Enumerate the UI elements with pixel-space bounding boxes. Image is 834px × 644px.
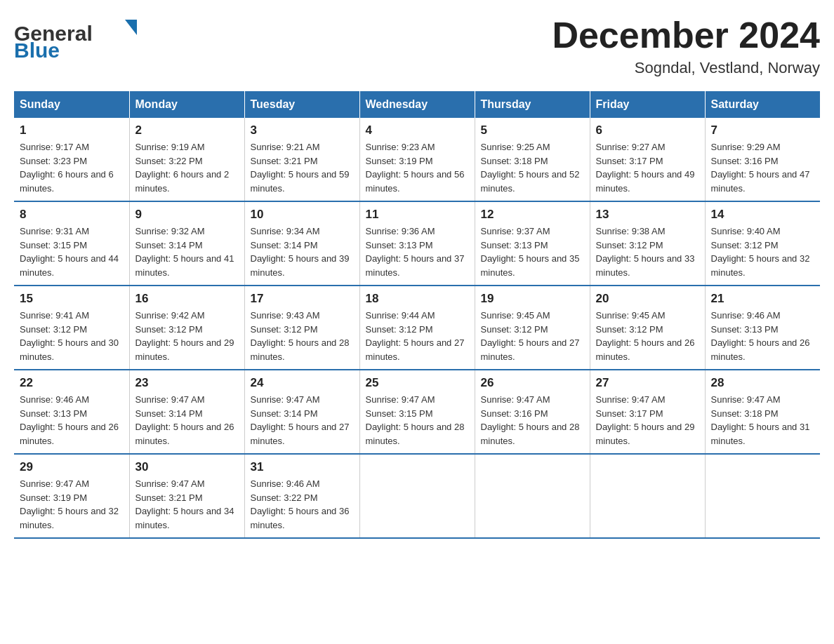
day-cell: 20Sunrise: 9:45 AMSunset: 3:12 PMDayligh…	[590, 286, 705, 370]
day-cell: 8Sunrise: 9:31 AMSunset: 3:15 PMDaylight…	[14, 201, 129, 286]
day-number: 10	[251, 208, 354, 222]
week-row-3: 15Sunrise: 9:41 AMSunset: 3:12 PMDayligh…	[14, 286, 820, 370]
day-number: 4	[366, 123, 469, 137]
svg-marker-1	[125, 20, 137, 35]
page-subtitle: Sogndal, Vestland, Norway	[552, 59, 820, 77]
day-cell: 29Sunrise: 9:47 AMSunset: 3:19 PMDayligh…	[14, 454, 129, 538]
day-info: Sunrise: 9:34 AMSunset: 3:14 PMDaylight:…	[251, 224, 354, 279]
day-cell: 28Sunrise: 9:47 AMSunset: 3:18 PMDayligh…	[705, 370, 820, 454]
day-number: 20	[596, 292, 699, 306]
day-cell: 21Sunrise: 9:46 AMSunset: 3:13 PMDayligh…	[705, 286, 820, 370]
day-cell: 3Sunrise: 9:21 AMSunset: 3:21 PMDaylight…	[244, 118, 359, 201]
svg-text:Blue: Blue	[14, 39, 60, 60]
day-info: Sunrise: 9:45 AMSunset: 3:12 PMDaylight:…	[481, 309, 584, 363]
day-number: 28	[711, 376, 815, 390]
header-cell-sunday: Sunday	[14, 91, 129, 118]
day-info: Sunrise: 9:46 AMSunset: 3:13 PMDaylight:…	[20, 393, 124, 448]
day-number: 25	[366, 376, 469, 390]
logo-svg: General Blue	[14, 14, 144, 60]
day-cell: 26Sunrise: 9:47 AMSunset: 3:16 PMDayligh…	[475, 370, 590, 454]
day-info: Sunrise: 9:47 AMSunset: 3:19 PMDaylight:…	[20, 477, 124, 532]
day-cell: 11Sunrise: 9:36 AMSunset: 3:13 PMDayligh…	[359, 201, 475, 286]
week-row-5: 29Sunrise: 9:47 AMSunset: 3:19 PMDayligh…	[14, 454, 820, 538]
day-number: 15	[20, 292, 124, 306]
day-number: 1	[20, 123, 124, 137]
header-cell-saturday: Saturday	[705, 91, 820, 118]
day-number: 3	[251, 123, 354, 137]
day-cell: 22Sunrise: 9:46 AMSunset: 3:13 PMDayligh…	[14, 370, 129, 454]
day-info: Sunrise: 9:29 AMSunset: 3:16 PMDaylight:…	[711, 140, 815, 195]
day-info: Sunrise: 9:31 AMSunset: 3:15 PMDaylight:…	[20, 224, 124, 279]
day-info: Sunrise: 9:42 AMSunset: 3:12 PMDaylight:…	[135, 309, 239, 363]
day-number: 8	[20, 208, 124, 222]
day-info: Sunrise: 9:32 AMSunset: 3:14 PMDaylight:…	[135, 224, 239, 279]
day-cell: 19Sunrise: 9:45 AMSunset: 3:12 PMDayligh…	[475, 286, 590, 370]
day-cell	[590, 454, 705, 538]
day-info: Sunrise: 9:47 AMSunset: 3:14 PMDaylight:…	[251, 393, 354, 448]
day-info: Sunrise: 9:41 AMSunset: 3:12 PMDaylight:…	[20, 309, 124, 363]
day-number: 26	[481, 376, 584, 390]
day-cell: 1Sunrise: 9:17 AMSunset: 3:23 PMDaylight…	[14, 118, 129, 201]
day-number: 27	[596, 376, 699, 390]
day-cell: 13Sunrise: 9:38 AMSunset: 3:12 PMDayligh…	[590, 201, 705, 286]
day-number: 14	[711, 208, 815, 222]
header-cell-friday: Friday	[590, 91, 705, 118]
day-number: 21	[711, 292, 815, 306]
week-row-2: 8Sunrise: 9:31 AMSunset: 3:15 PMDaylight…	[14, 201, 820, 286]
day-cell: 4Sunrise: 9:23 AMSunset: 3:19 PMDaylight…	[359, 118, 475, 201]
header-row: SundayMondayTuesdayWednesdayThursdayFrid…	[14, 91, 820, 118]
day-info: Sunrise: 9:40 AMSunset: 3:12 PMDaylight:…	[711, 224, 815, 279]
day-cell: 5Sunrise: 9:25 AMSunset: 3:18 PMDaylight…	[475, 118, 590, 201]
header: General Blue December 2024 Sogndal, Vest…	[14, 14, 820, 77]
day-cell: 12Sunrise: 9:37 AMSunset: 3:13 PMDayligh…	[475, 201, 590, 286]
day-number: 9	[135, 208, 239, 222]
day-number: 29	[20, 460, 124, 474]
calendar-table: SundayMondayTuesdayWednesdayThursdayFrid…	[14, 91, 820, 539]
calendar-body: 1Sunrise: 9:17 AMSunset: 3:23 PMDaylight…	[14, 118, 820, 538]
day-info: Sunrise: 9:27 AMSunset: 3:17 PMDaylight:…	[596, 140, 699, 195]
day-number: 30	[135, 460, 239, 474]
day-info: Sunrise: 9:47 AMSunset: 3:16 PMDaylight:…	[481, 393, 584, 448]
day-number: 22	[20, 376, 124, 390]
day-cell: 30Sunrise: 9:47 AMSunset: 3:21 PMDayligh…	[129, 454, 244, 538]
day-info: Sunrise: 9:47 AMSunset: 3:17 PMDaylight:…	[596, 393, 699, 448]
day-info: Sunrise: 9:21 AMSunset: 3:21 PMDaylight:…	[251, 140, 354, 195]
day-number: 19	[481, 292, 584, 306]
day-number: 11	[366, 208, 469, 222]
calendar-header: SundayMondayTuesdayWednesdayThursdayFrid…	[14, 91, 820, 118]
day-info: Sunrise: 9:43 AMSunset: 3:12 PMDaylight:…	[251, 309, 354, 363]
day-cell: 24Sunrise: 9:47 AMSunset: 3:14 PMDayligh…	[244, 370, 359, 454]
day-cell	[705, 454, 820, 538]
day-info: Sunrise: 9:46 AMSunset: 3:13 PMDaylight:…	[711, 309, 815, 363]
day-cell: 9Sunrise: 9:32 AMSunset: 3:14 PMDaylight…	[129, 201, 244, 286]
day-number: 18	[366, 292, 469, 306]
day-number: 17	[251, 292, 354, 306]
day-info: Sunrise: 9:25 AMSunset: 3:18 PMDaylight:…	[481, 140, 584, 195]
day-number: 31	[251, 460, 354, 474]
day-info: Sunrise: 9:47 AMSunset: 3:14 PMDaylight:…	[135, 393, 239, 448]
header-cell-tuesday: Tuesday	[244, 91, 359, 118]
day-cell: 25Sunrise: 9:47 AMSunset: 3:15 PMDayligh…	[359, 370, 475, 454]
day-cell	[359, 454, 475, 538]
day-number: 6	[596, 123, 699, 137]
week-row-1: 1Sunrise: 9:17 AMSunset: 3:23 PMDaylight…	[14, 118, 820, 201]
day-cell: 18Sunrise: 9:44 AMSunset: 3:12 PMDayligh…	[359, 286, 475, 370]
day-number: 13	[596, 208, 699, 222]
logo: General Blue	[14, 14, 144, 60]
day-cell: 31Sunrise: 9:46 AMSunset: 3:22 PMDayligh…	[244, 454, 359, 538]
day-info: Sunrise: 9:23 AMSunset: 3:19 PMDaylight:…	[366, 140, 469, 195]
day-number: 23	[135, 376, 239, 390]
day-cell: 14Sunrise: 9:40 AMSunset: 3:12 PMDayligh…	[705, 201, 820, 286]
day-cell: 23Sunrise: 9:47 AMSunset: 3:14 PMDayligh…	[129, 370, 244, 454]
page-title: December 2024	[552, 14, 820, 56]
day-info: Sunrise: 9:44 AMSunset: 3:12 PMDaylight:…	[366, 309, 469, 363]
header-cell-wednesday: Wednesday	[359, 91, 475, 118]
day-number: 12	[481, 208, 584, 222]
day-info: Sunrise: 9:47 AMSunset: 3:18 PMDaylight:…	[711, 393, 815, 448]
day-number: 7	[711, 123, 815, 137]
title-block: December 2024 Sogndal, Vestland, Norway	[552, 14, 820, 77]
day-number: 2	[135, 123, 239, 137]
week-row-4: 22Sunrise: 9:46 AMSunset: 3:13 PMDayligh…	[14, 370, 820, 454]
day-info: Sunrise: 9:45 AMSunset: 3:12 PMDaylight:…	[596, 309, 699, 363]
day-info: Sunrise: 9:37 AMSunset: 3:13 PMDaylight:…	[481, 224, 584, 279]
